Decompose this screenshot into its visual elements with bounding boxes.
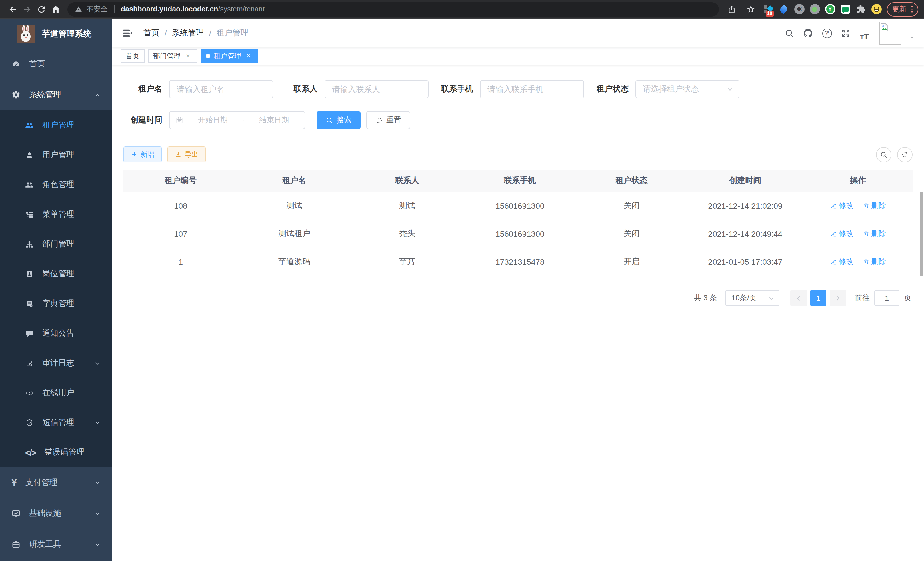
scrollbar-thumb[interactable]: [920, 192, 923, 276]
sidebar-item-label: 支付管理: [26, 478, 57, 488]
sidebar-item-pay[interactable]: ¥ 支付管理: [0, 467, 112, 498]
mobile-input[interactable]: [480, 80, 584, 98]
date-range-picker[interactable]: 开始日期 - 结束日期: [169, 111, 305, 129]
export-button[interactable]: 导出: [167, 146, 206, 162]
browser-menu-icon[interactable]: [911, 6, 913, 13]
delete-link[interactable]: 删除: [862, 229, 886, 239]
sidebar-logo[interactable]: 芋道管理系统: [0, 19, 112, 49]
prev-page-button[interactable]: [790, 290, 807, 306]
col-contact: 联系人: [351, 170, 464, 192]
button-label: 搜索: [337, 115, 351, 125]
share-button[interactable]: [724, 2, 739, 16]
goto-unit: 页: [904, 293, 911, 303]
total-count: 共 3 条: [694, 293, 717, 303]
sidebar-item-system[interactable]: 系统管理: [0, 80, 112, 110]
breadcrumb-system[interactable]: 系统管理: [172, 28, 204, 38]
link-label: 删除: [871, 257, 886, 267]
edit-link[interactable]: 修改: [830, 257, 854, 267]
sidebar-item-post[interactable]: 岗位管理: [0, 259, 112, 289]
sidebar-item-sms[interactable]: 短信管理: [0, 408, 112, 438]
cell-contact: 测试: [351, 192, 464, 220]
sidebar-item-tenant[interactable]: 租户管理: [0, 110, 112, 140]
toolbox-icon: [11, 540, 21, 549]
search-button[interactable]: 搜索: [316, 111, 361, 129]
table-header-row: 租户编号 租户名 联系人 联系手机 租户状态 创建时间 操作: [123, 170, 913, 192]
sidebar-item-infra[interactable]: 基础设施: [0, 498, 112, 529]
sidebar-item-role[interactable]: 角色管理: [0, 170, 112, 200]
sidebar-item-label: 部门管理: [42, 239, 74, 249]
sidebar-item-menu[interactable]: 菜单管理: [0, 200, 112, 229]
header-search-icon[interactable]: [782, 26, 796, 41]
goto-page: 前往 页: [855, 290, 911, 306]
sidebar-item-dict[interactable]: 字典管理: [0, 289, 112, 319]
fullscreen-icon[interactable]: [838, 26, 853, 41]
tenant-name-input[interactable]: [169, 80, 273, 98]
page-size-select[interactable]: 10条/页: [725, 290, 779, 306]
extension-y-icon[interactable]: Y: [825, 4, 835, 14]
dashboard-icon: [11, 59, 21, 69]
extension-grid-icon[interactable]: 10: [763, 4, 773, 14]
extension-command-icon[interactable]: ⌘: [794, 4, 804, 14]
browser-home-button[interactable]: [49, 2, 63, 16]
sidebar-item-notice[interactable]: 通知公告: [0, 319, 112, 348]
breadcrumb-home[interactable]: 首页: [143, 28, 159, 38]
chrome-update-button[interactable]: 更新: [886, 2, 918, 16]
cell-created: 2021-12-14 20:49:44: [687, 220, 804, 248]
add-button[interactable]: 新增: [123, 146, 162, 162]
status-select[interactable]: 请选择租户状态: [635, 80, 740, 98]
browser-back-button[interactable]: [6, 2, 20, 16]
help-icon[interactable]: ?: [819, 26, 834, 41]
sidebar-item-dept[interactable]: 部门管理: [0, 229, 112, 259]
tree-table-icon: [25, 210, 34, 219]
extension-record-icon[interactable]: [809, 4, 820, 14]
close-icon[interactable]: ×: [184, 52, 192, 60]
screen: 不安全 dashboard.yudao.iocoder.cn/system/te…: [0, 0, 924, 561]
refresh-icon: [375, 116, 383, 124]
goto-page-input[interactable]: [874, 290, 899, 306]
sidebar-item-errcode[interactable]: </> 错误码管理: [0, 438, 112, 467]
delete-link[interactable]: 删除: [862, 257, 886, 267]
address-bar[interactable]: 不安全 dashboard.yudao.iocoder.cn/system/te…: [68, 2, 718, 16]
tab-dept[interactable]: 部门管理 ×: [148, 49, 197, 63]
edit-link[interactable]: 修改: [830, 201, 854, 211]
extension-kite-icon[interactable]: [778, 4, 789, 14]
extension-badge: 10: [765, 11, 774, 17]
browser-reload-button[interactable]: [34, 2, 49, 16]
bookmark-star-button[interactable]: [744, 2, 758, 16]
extension-chat-icon[interactable]: [840, 4, 850, 14]
avatar-dropdown-caret-icon[interactable]: [909, 34, 915, 41]
sidebar-item-online-user[interactable]: 在线用户: [0, 378, 112, 408]
tab-tenant-active[interactable]: 租户管理 ×: [201, 49, 258, 63]
sidebar-item-home[interactable]: 首页: [0, 49, 112, 80]
font-size-icon[interactable]: TT: [857, 26, 872, 41]
sidebar-item-label: 菜单管理: [42, 209, 74, 220]
sidebar-fold-button[interactable]: [121, 26, 134, 40]
show-search-toggle-button[interactable]: [876, 147, 891, 162]
edit-link[interactable]: 修改: [830, 229, 854, 239]
sidebar-item-audit-log[interactable]: 审计日志: [0, 348, 112, 378]
refresh-table-button[interactable]: [897, 147, 913, 162]
top-navbar: 首页 / 系统管理 / 租户管理 ? TT: [112, 19, 924, 47]
edit-document-icon: [25, 359, 34, 367]
dictionary-book-icon: [25, 299, 34, 308]
extension-emoji-icon[interactable]: [871, 4, 881, 14]
contact-input[interactable]: [325, 80, 429, 98]
tab-home[interactable]: 首页: [121, 49, 145, 63]
delete-link[interactable]: 删除: [862, 201, 886, 211]
reset-button[interactable]: 重置: [366, 111, 410, 129]
logo-rabbit-image: [16, 25, 35, 43]
sidebar-item-devtools[interactable]: 研发工具: [0, 529, 112, 560]
close-icon[interactable]: ×: [244, 52, 253, 60]
current-page-button[interactable]: 1: [810, 290, 826, 306]
browser-forward-button[interactable]: [20, 2, 34, 16]
next-page-button[interactable]: [830, 290, 846, 306]
button-label: 重置: [386, 115, 401, 125]
shield-check-icon: [25, 418, 34, 427]
app-window: 芋道管理系统 首页 系统管理 租户管理 用户管理: [0, 19, 924, 561]
github-icon[interactable]: [801, 26, 815, 41]
avatar[interactable]: [879, 22, 901, 45]
sidebar-item-user[interactable]: 用户管理: [0, 140, 112, 170]
sidebar-item-label: 审计日志: [42, 358, 74, 368]
url-domain: dashboard.yudao.iocoder.cn: [121, 5, 218, 13]
extensions-puzzle-icon[interactable]: [856, 4, 866, 14]
